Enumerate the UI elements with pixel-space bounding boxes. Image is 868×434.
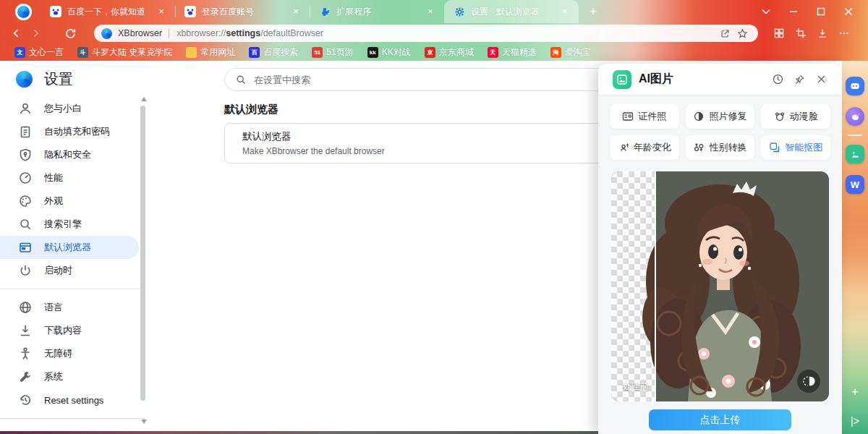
more-menu-icon[interactable] — [833, 27, 855, 39]
scroll-down-arrow-icon[interactable] — [141, 420, 147, 424]
sidebar-item-you[interactable]: 您与小白 — [0, 97, 139, 120]
bookmark-item[interactable]: 京京东商城 — [425, 46, 474, 59]
ai-paint-palette-icon[interactable] — [846, 107, 864, 126]
tab-baidu-home[interactable]: 百度一下，你就知道 × — [41, 0, 175, 23]
download-icon[interactable] — [812, 27, 833, 39]
settings-search[interactable] — [224, 68, 658, 91]
sidebar-item-downloads[interactable]: 下载内容 — [0, 319, 139, 342]
speedometer-icon — [18, 171, 33, 185]
bookmark-item[interactable]: 百百度搜索 — [249, 46, 298, 59]
globe-icon — [18, 300, 33, 315]
ai-chat-robot-icon[interactable] — [846, 77, 864, 95]
feature-photo-restore[interactable]: 照片修复 — [686, 104, 755, 129]
bookmark-item[interactable]: 常用网址 — [186, 46, 235, 59]
history-clock-icon[interactable] — [767, 73, 788, 85]
bookmark-favicon: kk — [367, 47, 378, 58]
sidebar-item-accessibility[interactable]: 无障碍 — [0, 342, 139, 365]
close-window-button[interactable] — [838, 2, 859, 21]
browser-window: 百度一下，你就知道 × 登录百度账号 × 扩展程序 — [0, 0, 868, 434]
address-bar[interactable]: XBbrowser xbbrowser://settings/defaultBr… — [94, 25, 758, 42]
apps-grid-icon[interactable] — [768, 27, 790, 39]
collapse-sidebar-icon[interactable]: |> — [842, 415, 868, 427]
bookmark-item[interactable]: 天天猫精选 — [488, 46, 537, 59]
sidebar-item-search-engine[interactable]: 搜索引擎 — [0, 213, 139, 236]
ai-image-icon[interactable] — [846, 145, 864, 163]
tab-close-icon[interactable]: × — [558, 5, 571, 18]
ai-writer-icon[interactable]: W — [846, 175, 864, 194]
sidebar-item-autofill[interactable]: 自动填充和密码 — [0, 120, 139, 143]
tab-close-icon[interactable]: × — [289, 5, 302, 18]
feature-smart-cutout[interactable]: 智能抠图 — [761, 135, 830, 160]
bookmark-item[interactable]: 淘爱淘宝 — [550, 46, 591, 59]
share-icon[interactable] — [716, 28, 733, 39]
sidebar-item-performance[interactable]: 性能 — [0, 166, 139, 190]
minimize-button[interactable] — [783, 2, 804, 21]
settings-logo — [16, 71, 33, 88]
bookmark-item[interactable]: 文文心一言 — [14, 46, 64, 59]
browser-logo[interactable] — [15, 4, 32, 20]
refresh-icon[interactable] — [61, 27, 80, 40]
feature-id-photo[interactable]: 证件照 — [610, 104, 679, 129]
sidebar-item-language[interactable]: 语言 — [0, 296, 139, 319]
tab-list-chevron-icon[interactable] — [755, 2, 777, 21]
sidebar-item-startup[interactable]: 启动时 — [0, 259, 139, 282]
tab-extensions[interactable]: 扩展程序 × — [310, 0, 444, 23]
before-label: 处理前 — [623, 380, 649, 393]
sidebar-item-reset[interactable]: Reset settings — [0, 388, 139, 412]
sidebar-item-privacy[interactable]: 隐私和安全 — [0, 143, 139, 166]
feature-gender-swap[interactable]: 性别转换 — [686, 135, 755, 160]
scroll-up-arrow-icon[interactable] — [141, 97, 147, 101]
feature-anime-face[interactable]: 动漫脸 — [761, 104, 830, 129]
site-logo — [101, 28, 112, 39]
back-icon[interactable] — [7, 27, 26, 39]
wrench-icon — [18, 370, 33, 384]
bookmark-favicon: 百 — [249, 47, 260, 58]
settings-nav: 您与小白 自动填充和密码 隐私和安全 性能 外观 搜索引擎 — [0, 97, 145, 434]
compare-toggle-icon[interactable] — [797, 370, 820, 393]
bookmark-item[interactable]: 斗斗罗大陆 史莱克学院 — [77, 46, 172, 59]
settings-search-input[interactable] — [254, 75, 647, 85]
upload-button[interactable]: 点击上传 — [649, 409, 791, 430]
tab-settings-active[interactable]: 设置 - 默认浏览器 × — [444, 0, 579, 23]
contrast-icon — [693, 111, 705, 122]
tab-baidu-login[interactable]: 登录百度账号 × — [175, 0, 310, 23]
pin-icon[interactable] — [788, 74, 810, 85]
browser-window-icon — [18, 240, 33, 255]
ai-panel-header: AI图片 — [598, 64, 842, 95]
bookmark-favicon: 文 — [14, 47, 25, 58]
screenshot-crop-icon[interactable] — [790, 27, 812, 39]
tab-bar: 百度一下，你就知道 × 登录百度账号 × 扩展程序 — [0, 0, 868, 23]
nav-divider — [0, 289, 145, 289]
sidebar-item-system[interactable]: 系统 — [0, 365, 139, 388]
clipboard-icon — [18, 124, 33, 139]
scrollbar-thumb[interactable] — [140, 106, 145, 401]
sidebar-item-default-browser[interactable]: 默认浏览器 — [0, 236, 139, 259]
bookmark-item[interactable]: 5151页游 — [312, 46, 353, 59]
page-title: 设置 — [44, 69, 73, 89]
address-divider — [169, 28, 169, 38]
bookmark-favicon: 51 — [312, 47, 323, 58]
nav-scrollbar[interactable] — [139, 94, 148, 427]
bookmark-star-icon[interactable] — [733, 28, 751, 39]
tab-close-icon[interactable]: × — [424, 5, 437, 18]
ai-image-panel: AI图片 证件照 照片修复 动漫脸 年龄变化 — [598, 64, 842, 434]
browser-chrome: 百度一下，你就知道 × 登录百度账号 × 扩展程序 — [0, 0, 868, 61]
reset-history-icon — [18, 393, 33, 407]
bookmark-item[interactable]: kkKK对战 — [367, 46, 411, 59]
girl-portrait-illustration — [611, 171, 829, 401]
tab-close-icon[interactable]: × — [155, 5, 168, 18]
shield-icon — [18, 148, 33, 162]
image-preview: 处理前 — [611, 171, 829, 401]
feature-age-change[interactable]: 年龄变化 — [610, 135, 679, 160]
folder-icon — [186, 47, 197, 58]
sidebar-item-appearance[interactable]: 外观 — [0, 190, 139, 213]
maximize-button[interactable] — [810, 2, 832, 21]
puzzle-icon — [319, 6, 331, 17]
close-panel-icon[interactable] — [810, 74, 832, 85]
new-tab-button[interactable]: + — [584, 4, 602, 19]
gear-icon — [454, 6, 465, 17]
add-app-icon[interactable]: + — [842, 385, 868, 399]
forward-icon[interactable] — [26, 27, 45, 39]
section-title: 默认浏览器 — [224, 103, 278, 116]
nav-divider — [0, 418, 145, 419]
